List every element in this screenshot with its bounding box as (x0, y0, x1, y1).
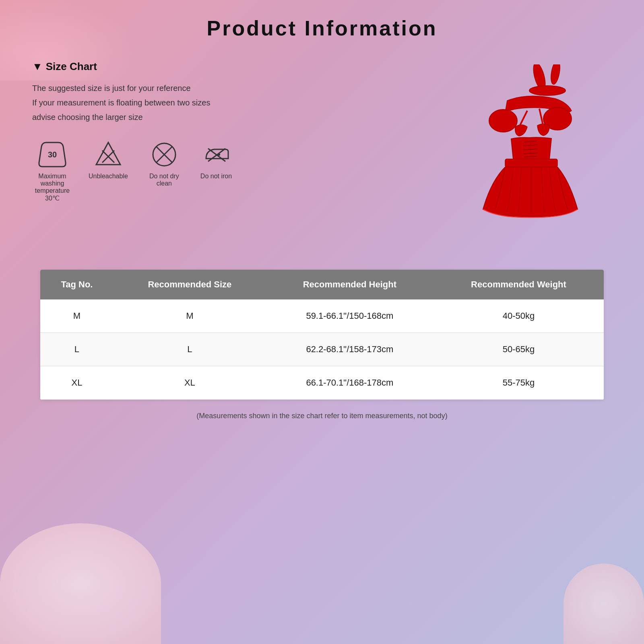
no-iron-icon (202, 140, 230, 169)
cell-size-m: M (114, 299, 266, 333)
col-header-weight: Recommended Weight (433, 270, 604, 299)
size-table: Tag No. Recommended Size Recommended Hei… (40, 270, 604, 400)
right-section (443, 60, 612, 254)
product-image (459, 64, 596, 250)
table-row: L L 62.2-68.1"/158-173cm 50-65kg (40, 333, 604, 366)
col-header-height: Recommended Height (266, 270, 433, 299)
care-item-wash: 30 Maximum washing temperature 30℃ (32, 140, 72, 202)
cell-tag-l: L (40, 333, 114, 366)
no-dry-clean-label: Do not dry clean (144, 173, 184, 187)
desc-line-3: advise choosing the larger size (32, 110, 427, 124)
content-area: ▼ Size Chart The suggested size is just … (32, 60, 612, 254)
page-wrapper: Product Information ▼ Size Chart The sug… (0, 0, 644, 644)
size-chart-title: Size Chart (46, 60, 97, 73)
col-header-tag: Tag No. (40, 270, 114, 299)
size-table-container: Tag No. Recommended Size Recommended Hei… (40, 270, 604, 400)
svg-text:30: 30 (48, 150, 57, 159)
care-item-no-iron: Do not iron (200, 140, 232, 180)
svg-rect-22 (505, 159, 557, 167)
page-title: Product Information (32, 16, 612, 40)
triangle-icon: ▼ (32, 60, 43, 73)
no-bleach-icon (94, 140, 122, 169)
fur-decoration-right (564, 564, 644, 644)
table-row: XL XL 66.1-70.1"/168-178cm 55-75kg (40, 366, 604, 400)
table-row: M M 59.1-66.1"/150-168cm 40-50kg (40, 299, 604, 333)
footnote: (Measurements shown in the size chart re… (32, 412, 612, 420)
size-chart-heading: ▼ Size Chart (32, 60, 427, 73)
cell-weight-l: 50-65kg (433, 333, 604, 366)
svg-point-10 (549, 64, 561, 85)
wash-icon: 30 (38, 140, 66, 169)
product-image-area (443, 60, 612, 254)
svg-point-12 (489, 109, 517, 132)
cell-weight-xl: 55-75kg (433, 366, 604, 400)
cell-height-xl: 66.1-70.1"/168-178cm (266, 366, 433, 400)
no-bleach-label: Unbleachable (89, 173, 128, 180)
svg-line-14 (519, 111, 527, 127)
no-iron-label: Do not iron (200, 173, 232, 180)
cell-size-l: L (114, 333, 266, 366)
table-header-row: Tag No. Recommended Size Recommended Hei… (40, 270, 604, 299)
cell-height-l: 62.2-68.1"/158-173cm (266, 333, 433, 366)
svg-point-11 (529, 86, 566, 95)
care-item-no-bleach: Unbleachable (89, 140, 128, 180)
cell-weight-m: 40-50kg (433, 299, 604, 333)
cell-height-m: 59.1-66.1"/150-168cm (266, 299, 433, 333)
cell-size-xl: XL (114, 366, 266, 400)
care-icons: 30 Maximum washing temperature 30℃ Unble… (32, 140, 427, 202)
desc-line-2: If your measurement is floating between … (32, 95, 427, 110)
fur-decoration-left (0, 523, 161, 644)
cell-tag-xl: XL (40, 366, 114, 400)
no-dry-clean-icon (150, 140, 178, 169)
left-section: ▼ Size Chart The suggested size is just … (32, 60, 443, 254)
desc-line-1: The suggested size is just for your refe… (32, 81, 427, 95)
cell-tag-m: M (40, 299, 114, 333)
wash-label: Maximum washing temperature 30℃ (32, 173, 72, 202)
col-header-size: Recommended Size (114, 270, 266, 299)
care-item-no-dry-clean: Do not dry clean (144, 140, 184, 187)
size-chart-description: The suggested size is just for your refe… (32, 81, 427, 124)
